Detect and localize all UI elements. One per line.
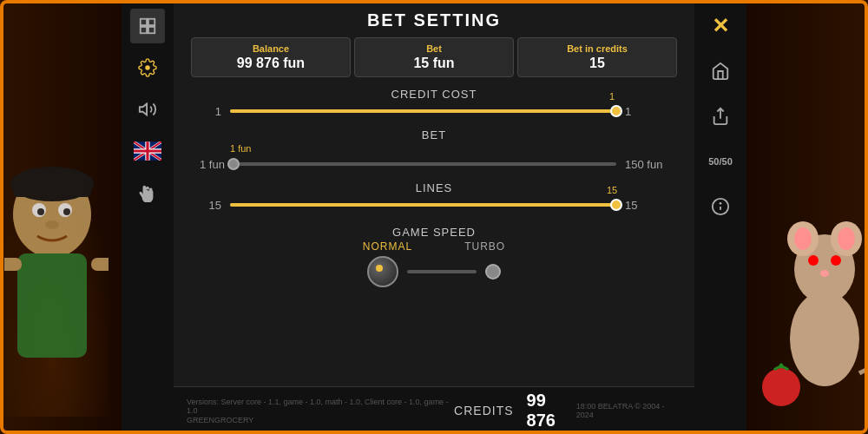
- copyright-text: 18:00 BELATRA © 2004 - 2024: [576, 402, 681, 419]
- credit-cost-section: CREDIT COST 1 1 1: [200, 88, 668, 120]
- fifty-fifty-button[interactable]: 50/50: [703, 144, 738, 179]
- bet-value: 15 fun: [362, 56, 506, 71]
- content-area: CREDIT COST 1 1 1 BET 1 fun 1 fun: [174, 88, 694, 386]
- info-button[interactable]: [703, 189, 738, 224]
- svg-rect-24: [148, 27, 155, 33]
- svg-rect-22: [148, 19, 155, 25]
- main-panel: BET SETTING Balance 99 876 fun Bet 15 fu…: [174, 0, 694, 434]
- lines-section: LINES 15 15 15: [200, 181, 668, 214]
- credit-cost-slider-row: 1 1 1: [200, 102, 668, 120]
- bet-credits-label: Bet in credits: [525, 43, 669, 54]
- bet-credits-box: Bet in credits 15: [517, 37, 677, 77]
- bet-section-label: BET: [200, 128, 668, 141]
- lines-min: 15: [200, 199, 221, 212]
- speed-normal-thumb[interactable]: [367, 256, 398, 287]
- svg-point-17: [831, 255, 841, 266]
- svg-marker-25: [140, 104, 147, 115]
- stats-row: Balance 99 876 fun Bet 15 fun Bet in cre…: [191, 37, 677, 77]
- lines-label: LINES: [200, 181, 668, 194]
- svg-rect-9: [4, 258, 22, 271]
- game-speed-label: GAME SPEED: [200, 226, 668, 239]
- bg-right: [746, 0, 868, 434]
- speed-track[interactable]: [407, 270, 477, 273]
- share-button[interactable]: [703, 99, 738, 134]
- svg-point-16: [808, 255, 819, 266]
- credits-label: CREDITS: [454, 404, 513, 418]
- lines-slider[interactable]: 15: [230, 196, 616, 214]
- speed-slider-row: [200, 256, 668, 287]
- balance-box: Balance 99 876 fun: [191, 37, 351, 77]
- svg-rect-10: [91, 258, 108, 271]
- speed-labels: NORMAL TURBO: [200, 240, 668, 253]
- bet-section: BET 1 fun 1 fun 150 fun: [200, 128, 668, 173]
- speed-turbo-label: TURBO: [464, 240, 505, 253]
- bet-slider-row: 1 fun 150 fun: [200, 155, 668, 173]
- right-sidebar: ✕ 50/50: [694, 0, 746, 434]
- close-button[interactable]: ✕: [703, 9, 738, 43]
- svg-point-6: [63, 208, 70, 215]
- bet-current-display: 1 fun: [200, 143, 668, 154]
- credit-cost-slider[interactable]: 1: [230, 102, 616, 120]
- bg-left: [0, 0, 122, 434]
- credits-display: CREDITS 99 876: [454, 391, 576, 431]
- credit-cost-max: 1: [625, 105, 668, 118]
- svg-rect-21: [141, 19, 147, 25]
- bet-box: Bet 15 fun: [354, 37, 514, 77]
- sound-button[interactable]: [130, 92, 165, 127]
- bet-credits-value: 15: [525, 56, 669, 71]
- credit-cost-label: CREDIT COST: [200, 88, 668, 101]
- svg-point-15: [838, 227, 855, 250]
- bet-slider[interactable]: [233, 155, 616, 173]
- bottom-bar: Versions: Server core - 1.1, game - 1.0,…: [174, 386, 694, 434]
- svg-point-20: [762, 368, 800, 406]
- svg-rect-23: [141, 27, 147, 33]
- language-button[interactable]: [130, 134, 165, 168]
- svg-rect-8: [17, 253, 87, 358]
- page-title: BET SETTING: [174, 0, 694, 37]
- game-name: GREENGROCERY: [187, 416, 454, 424]
- svg-point-18: [820, 270, 829, 277]
- game-speed-section: GAME SPEED NORMAL TURBO: [200, 226, 668, 287]
- settings-button[interactable]: [130, 50, 165, 85]
- expand-button[interactable]: [130, 9, 165, 43]
- balance-label: Balance: [199, 43, 343, 54]
- credits-value: 99 876: [527, 391, 576, 431]
- home-button[interactable]: [703, 54, 738, 89]
- balance-value: 99 876 fun: [199, 56, 343, 71]
- svg-point-14: [794, 227, 812, 250]
- lines-value: 15: [607, 185, 617, 195]
- version-text: Versions: Server core - 1.1, game - 1.0,…: [187, 398, 454, 415]
- svg-point-5: [37, 208, 44, 215]
- bet-min: 1 fun: [200, 158, 225, 171]
- bet-label: Bet: [362, 43, 506, 54]
- speed-turbo-thumb[interactable]: [485, 264, 501, 279]
- lines-slider-row: 15 15 15: [200, 196, 668, 214]
- lines-max: 15: [625, 199, 668, 212]
- bet-max: 150 fun: [625, 158, 668, 171]
- hand-button[interactable]: [130, 175, 165, 210]
- speed-normal-label: NORMAL: [363, 240, 412, 253]
- credit-cost-min: 1: [200, 105, 221, 118]
- left-sidebar: [122, 0, 174, 434]
- credit-cost-value: 1: [609, 91, 615, 102]
- svg-point-7: [45, 220, 59, 229]
- svg-rect-2: [13, 184, 91, 197]
